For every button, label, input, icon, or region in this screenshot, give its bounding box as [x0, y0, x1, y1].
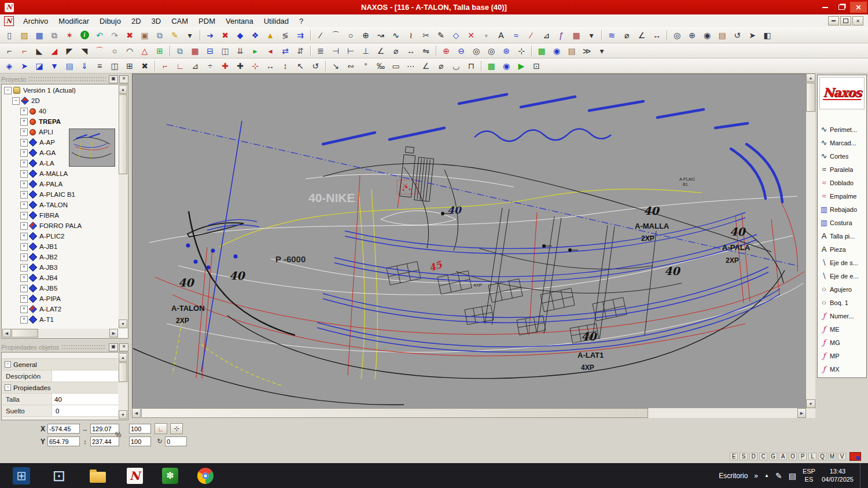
toolbar-button[interactable]: ✖: [122, 28, 137, 42]
scroll-up-icon[interactable]: ▲: [119, 85, 127, 94]
toolbar-button[interactable]: ◈: [2, 59, 17, 73]
toolbar-button[interactable]: ⌐: [2, 44, 17, 58]
toolbar-button[interactable]: ⊞: [152, 44, 167, 58]
chrome-icon[interactable]: [197, 468, 214, 484]
props-section-general[interactable]: −General: [2, 359, 118, 370]
toolbar-button[interactable]: ÷: [203, 59, 218, 73]
toolbar-button[interactable]: ⊹: [514, 44, 529, 58]
tree-item-a-jb4[interactable]: +A-JB4: [2, 273, 118, 283]
canvas-horizontal-scrollbar[interactable]: ◀ ▶: [132, 408, 806, 418]
toolbar-button[interactable]: ↺: [730, 28, 745, 42]
naxos-icon[interactable]: [127, 468, 143, 484]
toolbar-button[interactable]: ∠: [373, 44, 388, 58]
tool-mx[interactable]: ƒMX: [818, 362, 866, 376]
toolbar-button[interactable]: ◉: [700, 28, 715, 42]
indicator-l[interactable]: L: [808, 453, 816, 460]
menu-dibujo[interactable]: Dibujo: [94, 15, 126, 27]
toolbar-button[interactable]: ✎: [433, 28, 448, 42]
toolbar-button[interactable]: ⇋: [418, 44, 433, 58]
toolbar-button[interactable]: ⊿: [187, 59, 203, 73]
toolbar-button[interactable]: ✖: [218, 28, 233, 42]
tool-empalme[interactable]: ≈Empalme: [818, 189, 866, 203]
expand-icon[interactable]: +: [20, 118, 28, 126]
tool-talla-pi[interactable]: ATalla pi...: [818, 229, 866, 243]
toolbar-button[interactable]: ƒ: [554, 28, 569, 42]
indicator-o[interactable]: O: [789, 453, 797, 460]
toolbar-button[interactable]: ◎: [484, 44, 499, 58]
toolbar-button[interactable]: ⊹: [248, 59, 263, 73]
toolbar-button[interactable]: ≋: [604, 28, 619, 42]
desktop-toolbar-label[interactable]: Escritorio: [719, 472, 748, 480]
toolbar-button[interactable]: ⌒: [92, 44, 107, 58]
toolbar-button[interactable]: ↘: [328, 59, 343, 73]
toolbar-button[interactable]: ▾: [182, 28, 197, 42]
dock-pin-icon[interactable]: ▣: [109, 75, 118, 83]
toolbar-button[interactable]: ⇊: [233, 44, 248, 58]
tool-rebajado[interactable]: ▥Rebajado: [818, 203, 866, 216]
tree-item-a-lat2[interactable]: +A-LAT2: [2, 304, 118, 314]
toolbar-button[interactable]: ⊢: [343, 44, 358, 58]
toolbar-button[interactable]: ∠: [418, 59, 433, 73]
scroll-left-icon[interactable]: ◀: [2, 329, 11, 337]
toolbar-button[interactable]: ▨: [17, 28, 32, 42]
tree-item-a-jb5[interactable]: +A-JB5: [2, 283, 118, 293]
toolbar-button[interactable]: i: [77, 28, 92, 42]
scrollbar-thumb[interactable]: [119, 94, 127, 174]
expand-icon[interactable]: +: [20, 306, 28, 313]
indicator-d[interactable]: D: [749, 453, 757, 460]
language-bar-icon[interactable]: [849, 452, 861, 461]
scroll-down-icon[interactable]: ▼: [806, 399, 815, 408]
folder-icon[interactable]: [88, 466, 108, 486]
toolbar-button[interactable]: ⊖: [454, 44, 469, 58]
expand-icon[interactable]: +: [20, 108, 28, 115]
toolbar-button[interactable]: ↔: [263, 59, 278, 73]
toolbar-button[interactable]: ▣: [137, 28, 152, 42]
toolbar-button[interactable]: ⊞: [122, 59, 137, 73]
expand-icon[interactable]: +: [20, 201, 28, 209]
props-section-propiedades[interactable]: −Propiedades: [2, 382, 118, 394]
toolbar-button[interactable]: ≫: [579, 44, 594, 58]
toolbar-button[interactable]: ∿: [388, 28, 403, 42]
toolbar-button[interactable]: ≀: [403, 28, 418, 42]
toolbar-button[interactable]: ▾: [584, 28, 599, 42]
scrollbar-thumb[interactable]: [119, 362, 127, 382]
toolbar-button[interactable]: ◫: [107, 59, 122, 73]
toolbar-button[interactable]: ✂: [418, 28, 433, 42]
menu-ventana[interactable]: Ventana: [220, 15, 259, 27]
tool-numer[interactable]: ƒNumer...: [818, 309, 866, 322]
dock-close-icon[interactable]: ✕: [119, 75, 128, 83]
tree-item-2d[interactable]: −2D: [2, 96, 118, 106]
toolbar-button[interactable]: ≈: [509, 28, 524, 42]
mdi-close-button[interactable]: ✕: [852, 16, 863, 25]
menu-2d[interactable]: 2D: [126, 15, 146, 27]
toolbar-button[interactable]: ⊛: [499, 44, 514, 58]
tool-boq-1[interactable]: ○Boq. 1: [818, 296, 866, 309]
x-coordinate-input[interactable]: [47, 424, 80, 434]
tree-item-forro-pala[interactable]: +FORRO PALA: [2, 221, 118, 231]
tree-item-a-jb2[interactable]: +A-JB2: [2, 252, 118, 262]
tree-item-a-plaic-b1[interactable]: +A-PLAIC B1: [2, 189, 118, 200]
toolbar-button[interactable]: ◤: [62, 44, 77, 58]
dock-close-icon[interactable]: ✕: [119, 343, 128, 351]
toolbar-button[interactable]: ○: [343, 28, 358, 42]
toolbar-button[interactable]: ▯: [2, 28, 17, 42]
viewer-icon[interactable]: [162, 468, 178, 484]
toolbar-button[interactable]: ≶: [278, 28, 293, 42]
tree-item-a-jb1[interactable]: +A-JB1: [2, 241, 118, 252]
mdi-restore-button[interactable]: [840, 16, 851, 25]
tree-item-40[interactable]: +40: [2, 106, 118, 116]
toolbar-button[interactable]: ↕: [278, 59, 293, 73]
toolbar-button[interactable]: ⧉: [47, 28, 62, 42]
toolbar-button[interactable]: ◧: [760, 28, 775, 42]
expand-icon[interactable]: +: [20, 222, 28, 230]
toolbar-button[interactable]: ⧉: [172, 44, 187, 58]
toolbar-button[interactable]: ✎: [167, 28, 182, 42]
indicator-m[interactable]: M: [828, 453, 836, 460]
dock-pin-icon[interactable]: ▣: [109, 343, 118, 351]
toolbar-button[interactable]: ◦: [479, 28, 494, 42]
toolbar-button[interactable]: ↷: [107, 28, 122, 42]
expand-icon[interactable]: +: [20, 139, 28, 146]
toolbar-button[interactable]: ⋯: [403, 59, 418, 73]
collapse-icon[interactable]: −: [5, 384, 11, 391]
menu-3d[interactable]: 3D: [146, 15, 167, 27]
